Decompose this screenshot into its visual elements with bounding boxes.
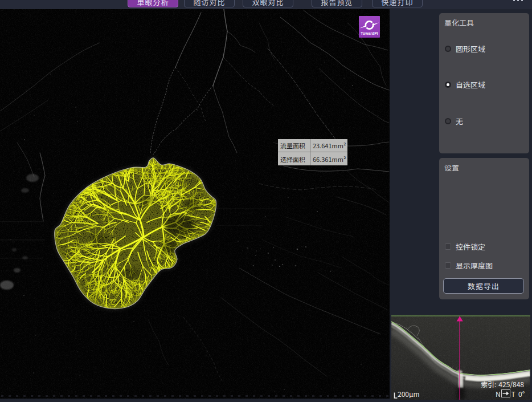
quantification-tools-panel: 量化工具 圆形区域 自选区域 无 [439, 13, 529, 153]
art-dot [274, 391, 275, 391]
art-dot [138, 51, 139, 52]
art-rect [0, 258, 43, 259]
settings-title: 设置 [444, 162, 459, 173]
measurement-table: 流量面积 23.641mm² 选择面积 66.361mm² [278, 139, 347, 165]
tab-single-eye-analysis[interactable]: 单眼分析 [128, 0, 178, 7]
art-dot [330, 271, 331, 272]
more-dot [513, 0, 515, 1]
art-dot [35, 335, 36, 336]
flow-area-value: 23.641mm² [310, 139, 347, 152]
more-menu-icon[interactable] [513, 0, 523, 1]
art-dot [268, 253, 269, 254]
text-span: 425/848 [498, 379, 524, 389]
bscan-scale-text: 200μm [398, 389, 420, 399]
checkbox-control-lock-control[interactable] [445, 243, 451, 250]
art-patch [92, 234, 108, 245]
art-dot [289, 49, 290, 50]
art-dot [343, 78, 345, 79]
art-patch [14, 268, 21, 273]
checkbox-control-lock[interactable]: 控件锁定 [445, 241, 485, 252]
radio-custom-region-label: 自选区域 [456, 79, 485, 90]
art-dot [77, 121, 78, 122]
art-dot [83, 131, 83, 132]
art-dot [242, 250, 243, 250]
art-dot [305, 246, 306, 247]
settings-panel: 设置 控件锁定 显示厚度图 数据导出 [439, 158, 529, 299]
art-rect [216, 225, 263, 226]
art-patch [140, 194, 154, 205]
art-dot [89, 347, 89, 347]
art-dot [317, 211, 318, 212]
art-dot [23, 295, 24, 296]
bscan-nasal-label: N [496, 389, 501, 399]
art-dot [38, 187, 39, 188]
bscan-panel[interactable]: 索引:425/848 N T 0° 200μm [391, 315, 530, 400]
art-dot [273, 247, 274, 248]
art-dot [138, 100, 139, 101]
art-dot [304, 267, 304, 267]
art-patch [165, 215, 195, 237]
art-dot [75, 107, 76, 107]
art-dot [379, 47, 380, 48]
art-dot [50, 74, 51, 75]
bscan-index-text: 索引:425/848 [481, 379, 524, 389]
bscan-temporal-label: T [511, 389, 515, 399]
towardpi-logo-text: TowardPi [359, 31, 380, 35]
art-dot [33, 372, 34, 373]
tab-report-preview[interactable]: 报告预览 [312, 0, 362, 7]
art-patch [21, 188, 29, 193]
radio-circular-region[interactable]: 圆形区域 [445, 43, 485, 54]
art-dot [133, 321, 134, 322]
selected-area-value: 66.361mm² [310, 152, 347, 165]
checkbox-show-thickness-map-control[interactable] [445, 262, 451, 269]
art-dot [197, 109, 198, 111]
art-dot [324, 62, 325, 62]
art-dot [77, 351, 77, 352]
towardpi-logo-mark [359, 16, 380, 33]
radio-circular-region-control[interactable] [445, 46, 451, 52]
art-dot [253, 265, 254, 266]
art-dot [272, 265, 273, 266]
checkbox-control-lock-label: 控件锁定 [456, 241, 485, 252]
art-dot [115, 379, 116, 379]
radio-custom-region[interactable]: 自选区域 [445, 79, 485, 90]
radio-circular-region-label: 圆形区域 [456, 43, 485, 54]
checkbox-show-thickness-map[interactable]: 显示厚度图 [445, 260, 493, 271]
data-export-button[interactable]: 数据导出 [443, 278, 524, 294]
art-rect [140, 178, 191, 178]
art-dot [247, 247, 248, 249]
radio-none-control[interactable] [445, 118, 451, 124]
tab-follow-up-compare[interactable]: 随访对比 [184, 0, 235, 7]
octa-enface-image[interactable]: TowardPi 流量面积 23.641mm² 选择面积 66.361mm² [0, 9, 390, 399]
art-dot [301, 246, 302, 247]
art-dot [79, 375, 80, 375]
art-dot [343, 38, 343, 39]
flow-area-label: 流量面积 [278, 139, 310, 152]
art-rect [0, 239, 45, 241]
art-dot [288, 197, 289, 198]
art-dot [256, 250, 256, 251]
art-dot [282, 55, 283, 56]
art-dot [10, 239, 11, 240]
selected-area-label: 选择面积 [278, 152, 310, 165]
quantification-tools-title: 量化工具 [444, 17, 474, 28]
art-dot [192, 140, 193, 140]
tab-quick-print[interactable]: 快速打印 [372, 0, 423, 7]
radio-none-label: 无 [456, 116, 463, 127]
art-dot [383, 247, 384, 247]
art-dot [355, 302, 355, 302]
art-dot [282, 264, 284, 266]
art-patch [122, 268, 140, 279]
towardpi-logo: TowardPi [359, 16, 380, 38]
tab-both-eyes-compare[interactable]: 双眼对比 [243, 0, 293, 7]
text-span: 索引: [481, 379, 496, 389]
art-dot [71, 354, 71, 354]
art-dot [24, 139, 25, 140]
art-patch [0, 281, 14, 290]
art-dot [55, 250, 56, 251]
art-dot [152, 136, 153, 137]
art-dot [284, 389, 285, 390]
top-toolbar: 单眼分析 随访对比 双眼对比 报告预览 快速打印 [0, 0, 532, 9]
radio-custom-region-control[interactable] [445, 82, 451, 88]
radio-none[interactable]: 无 [445, 116, 463, 127]
